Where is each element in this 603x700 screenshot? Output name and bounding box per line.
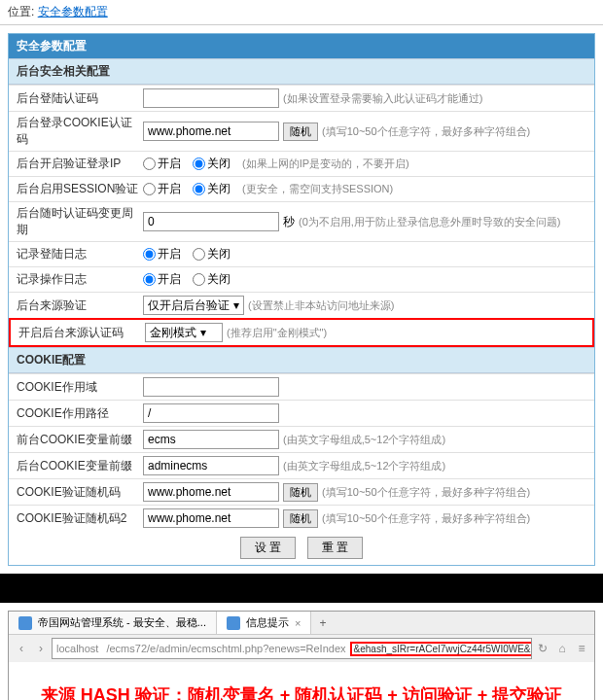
- close-icon[interactable]: ×: [295, 617, 301, 629]
- radio-off[interactable]: [193, 273, 205, 286]
- period-input[interactable]: [143, 212, 279, 231]
- admin-prefix-input[interactable]: [143, 456, 279, 475]
- row-session: 后台启用SESSION验证 开启 关闭 (更安全，需空间支持SESSION): [9, 176, 594, 201]
- divider: [0, 574, 603, 603]
- favicon-icon: [18, 616, 32, 630]
- url-hash-highlight: &ehash_sIRr=rACeI7wvjCz44r5WI0WE&rhash_d…: [350, 642, 532, 656]
- hash-verify-heading: 来源 HASH 验证：随机变量名 + 随机认证码 + 访问验证 + 提交验证: [18, 683, 585, 700]
- row-cookie-rand: COOKIE验证随机码 随机 (填写10~50个任意字符，最好多种字符组合): [9, 478, 594, 505]
- hint: (填写10~50个任意字符，最好多种字符组合): [322, 485, 530, 500]
- row-login-log: 记录登陆日志 开启 关闭: [9, 241, 594, 266]
- label: 后台开启验证登录IP: [17, 156, 143, 172]
- row-cookie-rand2: COOKIE验证随机码2 随机 (填写10~50个任意字符，最好多种字符组合): [9, 505, 594, 531]
- favicon-icon: [227, 616, 240, 630]
- row-admin-prefix: 后台COOKIE变量前缀 (由英文字母组成,5~12个字符组成): [9, 452, 594, 478]
- sub-header-cookie: COOKIE配置: [9, 347, 594, 373]
- row-auth-period: 后台随时认证码变更周期 秒 (0为不启用,用于防止登录信息意外厘时导致的安全问题…: [9, 201, 594, 241]
- hint: (填写10~50个任意字符，最好多种字符组合): [322, 124, 530, 139]
- button-row: 设 置 重 置: [9, 531, 594, 565]
- panel-title: 安全参数配置: [9, 34, 594, 58]
- mode-select[interactable]: 金刚模式▾: [145, 323, 223, 342]
- browser-tab-2[interactable]: 信息提示 ×: [217, 612, 311, 634]
- chevron-down-icon: ▾: [200, 326, 206, 339]
- label: COOKIE验证随机码2: [17, 510, 143, 527]
- forward-button[interactable]: ›: [32, 640, 50, 657]
- row-cookie-auth: 后台登录COOKIE认证码 随机 (填写10~50个任意字符，最好多种字符组合): [9, 111, 594, 151]
- new-tab-button[interactable]: +: [311, 614, 334, 632]
- hint: (0为不启用,用于防止登录信息意外厘时导致的安全问题): [299, 215, 561, 229]
- random-button[interactable]: 随机: [283, 509, 318, 528]
- row-front-prefix: 前台COOKIE变量前缀 (由英文字母组成,5~12个字符组成): [9, 426, 594, 452]
- hint: (设置禁止非本站访问地址来源): [248, 298, 394, 313]
- random-button[interactable]: 随机: [283, 122, 318, 141]
- label: 后台随时认证码变更周期: [17, 205, 143, 238]
- hint: (推荐启用"金刚模式"): [227, 326, 327, 340]
- label: 后台COOKIE变量前缀: [17, 458, 143, 474]
- label: 后台启用SESSION验证: [17, 181, 143, 197]
- home-icon[interactable]: ⌂: [553, 640, 571, 657]
- label: 后台登陆认证码: [17, 90, 143, 107]
- cookie-domain-input[interactable]: [143, 377, 279, 397]
- hint: (如果设置登录需要输入此认证码才能通过): [283, 91, 482, 106]
- security-config-panel: 安全参数配置 后台安全相关配置 后台登陆认证码 (如果设置登录需要输入此认证码才…: [8, 33, 595, 566]
- label: 开启后台来源认证码: [18, 325, 145, 341]
- unit: 秒: [283, 214, 295, 230]
- row-referer: 后台来源验证 仅开启后台验证▾ (设置禁止非本站访问地址来源): [9, 292, 594, 318]
- row-auth-code: 后台登陆认证码 (如果设置登录需要输入此认证码才能通过): [9, 85, 594, 111]
- row-op-log: 记录操作日志 开启 关闭: [9, 266, 594, 292]
- tab-bar: 帝国网站管理系统 - 最安全、最稳... 信息提示 × +: [9, 612, 594, 635]
- radio-on[interactable]: [143, 183, 156, 195]
- radio-off[interactable]: [193, 248, 205, 261]
- cookie-rand2-input[interactable]: [143, 508, 279, 528]
- label: 记录登陆日志: [17, 246, 143, 262]
- tab-title: 帝国网站管理系统 - 最安全、最稳...: [38, 615, 206, 630]
- refresh-icon[interactable]: ↻: [534, 640, 551, 657]
- row-ip-verify: 后台开启验证登录IP 开启 关闭 (如果上网的IP是变动的，不要开启): [9, 151, 594, 176]
- submit-button[interactable]: 设 置: [240, 537, 296, 559]
- reset-button[interactable]: 重 置: [307, 537, 363, 559]
- hint: (填写10~50个任意字符，最好多种字符组合): [322, 511, 530, 526]
- browser-window: 帝国网站管理系统 - 最安全、最稳... 信息提示 × + ‹ › localh…: [8, 611, 595, 700]
- hint: (更安全，需空间支持SESSION): [242, 182, 393, 196]
- url-host: localhost: [53, 643, 102, 654]
- breadcrumb: 位置: 安全参数配置: [0, 0, 603, 25]
- radio-on[interactable]: [143, 273, 156, 286]
- browser-viewport: 来源 HASH 验证：随机变量名 + 随机认证码 + 访问验证 + 提交验证 信…: [9, 662, 594, 700]
- label: 记录操作日志: [17, 271, 143, 288]
- radio-on[interactable]: [143, 158, 156, 170]
- cookie-auth-input[interactable]: [143, 122, 279, 141]
- row-cookie-path: COOKIE作用路径: [9, 400, 594, 426]
- label: COOKIE验证随机码: [17, 484, 143, 501]
- radio-off[interactable]: [193, 183, 205, 195]
- referer-select[interactable]: 仅开启后台验证▾: [143, 296, 244, 315]
- tab-title: 信息提示: [246, 615, 289, 630]
- address-bar: ‹ › localhost /ecms72/e/admin/ecmschtml.…: [9, 635, 594, 662]
- location-label: 位置:: [8, 5, 34, 18]
- row-cookie-domain: COOKIE作用域: [9, 373, 594, 400]
- chevron-down-icon: ▾: [233, 298, 239, 312]
- hint: (由英文字母组成,5~12个字符组成): [283, 459, 445, 473]
- hint: (由英文字母组成,5~12个字符组成): [283, 433, 445, 447]
- browser-tab-1[interactable]: 帝国网站管理系统 - 最安全、最稳...: [9, 612, 217, 634]
- cookie-rand-input[interactable]: [143, 482, 279, 502]
- label: 后台登录COOKIE认证码: [17, 115, 143, 148]
- menu-icon[interactable]: ≡: [573, 640, 590, 657]
- cookie-path-input[interactable]: [143, 403, 279, 423]
- hint: (如果上网的IP是变动的，不要开启): [242, 157, 409, 171]
- sub-header-admin: 后台安全相关配置: [9, 58, 594, 85]
- label: COOKIE作用路径: [17, 405, 143, 422]
- label: 后台来源验证: [17, 298, 143, 314]
- auth-code-input[interactable]: [143, 88, 279, 108]
- url-path: /ecms72/e/admin/ecmschtml.php?enews=ReIn…: [102, 643, 349, 654]
- front-prefix-input[interactable]: [143, 430, 279, 449]
- label: 前台COOKIE变量前缀: [17, 432, 143, 448]
- back-button[interactable]: ‹: [13, 640, 30, 657]
- location-link[interactable]: 安全参数配置: [38, 5, 108, 18]
- radio-on[interactable]: [143, 248, 156, 261]
- label: COOKIE作用域: [17, 379, 143, 396]
- radio-off[interactable]: [193, 158, 205, 170]
- random-button[interactable]: 随机: [283, 483, 318, 502]
- url-field[interactable]: localhost /ecms72/e/admin/ecmschtml.php?…: [52, 638, 532, 659]
- row-referer-auth: 开启后台来源认证码 金刚模式▾ (推荐启用"金刚模式"): [9, 318, 594, 347]
